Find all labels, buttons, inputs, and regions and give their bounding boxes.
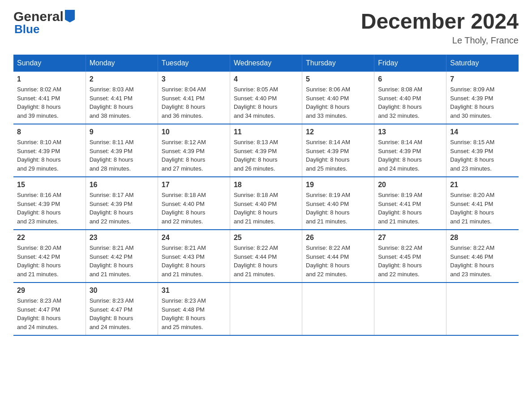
table-row: 16 Sunrise: 8:17 AMSunset: 4:39 PMDaylig…: [86, 177, 158, 230]
day-info: Sunrise: 8:10 AMSunset: 4:39 PMDaylight:…: [17, 139, 61, 172]
table-row: 17 Sunrise: 8:18 AMSunset: 4:40 PMDaylig…: [158, 177, 230, 230]
day-number: 4: [234, 75, 298, 83]
table-row: 31 Sunrise: 8:23 AMSunset: 4:48 PMDaylig…: [158, 283, 230, 335]
day-number: 20: [378, 181, 442, 189]
table-row: 15 Sunrise: 8:16 AMSunset: 4:39 PMDaylig…: [13, 177, 86, 230]
day-number: 11: [234, 128, 298, 136]
day-info: Sunrise: 8:16 AMSunset: 4:39 PMDaylight:…: [17, 192, 61, 225]
table-row: 7 Sunrise: 8:09 AMSunset: 4:39 PMDayligh…: [446, 72, 519, 124]
day-info: Sunrise: 8:20 AMSunset: 4:42 PMDaylight:…: [17, 244, 61, 278]
day-number: 5: [306, 75, 370, 83]
table-row: 29 Sunrise: 8:23 AMSunset: 4:47 PMDaylig…: [13, 283, 86, 335]
day-number: 21: [450, 181, 515, 189]
day-info: Sunrise: 8:22 AMSunset: 4:44 PMDaylight:…: [234, 244, 278, 278]
table-row: 12 Sunrise: 8:14 AMSunset: 4:39 PMDaylig…: [302, 124, 374, 177]
table-row: 5 Sunrise: 8:06 AMSunset: 4:40 PMDayligh…: [302, 72, 374, 124]
title-section: December 2024 Le Tholy, France: [361, 9, 519, 46]
calendar-table: Sunday Monday Tuesday Wednesday Thursday…: [13, 55, 519, 336]
day-number: 25: [234, 234, 298, 242]
day-info: Sunrise: 8:09 AMSunset: 4:39 PMDaylight:…: [450, 86, 494, 119]
day-info: Sunrise: 8:22 AMSunset: 4:44 PMDaylight:…: [306, 244, 350, 278]
col-sunday: Sunday: [13, 55, 86, 72]
table-row: 25 Sunrise: 8:22 AMSunset: 4:44 PMDaylig…: [230, 230, 302, 283]
table-row: 10 Sunrise: 8:12 AMSunset: 4:39 PMDaylig…: [158, 124, 230, 177]
day-number: 13: [378, 128, 442, 136]
table-row: 8 Sunrise: 8:10 AMSunset: 4:39 PMDayligh…: [13, 124, 86, 177]
table-row: [230, 283, 302, 335]
logo-general-text: General: [13, 9, 64, 24]
day-number: 9: [90, 128, 154, 136]
table-row: 6 Sunrise: 8:08 AMSunset: 4:40 PMDayligh…: [374, 72, 446, 124]
calendar-header-row: Sunday Monday Tuesday Wednesday Thursday…: [13, 55, 519, 72]
day-info: Sunrise: 8:04 AMSunset: 4:41 PMDaylight:…: [162, 86, 206, 119]
day-number: 23: [90, 234, 154, 242]
day-number: 28: [450, 234, 515, 242]
table-row: [374, 283, 446, 335]
col-saturday: Saturday: [446, 55, 519, 72]
day-number: 3: [162, 75, 226, 83]
col-tuesday: Tuesday: [158, 55, 230, 72]
day-number: 1: [17, 75, 82, 83]
logo: General Blue: [13, 9, 75, 36]
table-row: 23 Sunrise: 8:21 AMSunset: 4:42 PMDaylig…: [86, 230, 158, 283]
day-info: Sunrise: 8:13 AMSunset: 4:39 PMDaylight:…: [234, 139, 278, 172]
day-number: 31: [162, 287, 226, 295]
day-info: Sunrise: 8:21 AMSunset: 4:43 PMDaylight:…: [162, 244, 206, 278]
day-info: Sunrise: 8:12 AMSunset: 4:39 PMDaylight:…: [162, 139, 206, 172]
day-number: 18: [234, 181, 298, 189]
table-row: 28 Sunrise: 8:22 AMSunset: 4:46 PMDaylig…: [446, 230, 519, 283]
col-wednesday: Wednesday: [230, 55, 302, 72]
col-thursday: Thursday: [302, 55, 374, 72]
page-subtitle: Le Tholy, France: [361, 35, 519, 46]
day-number: 2: [90, 75, 154, 83]
day-info: Sunrise: 8:08 AMSunset: 4:40 PMDaylight:…: [378, 86, 422, 119]
day-info: Sunrise: 8:22 AMSunset: 4:46 PMDaylight:…: [450, 244, 494, 278]
table-row: 24 Sunrise: 8:21 AMSunset: 4:43 PMDaylig…: [158, 230, 230, 283]
day-info: Sunrise: 8:02 AMSunset: 4:41 PMDaylight:…: [17, 86, 61, 119]
day-number: 22: [17, 234, 82, 242]
day-info: Sunrise: 8:23 AMSunset: 4:48 PMDaylight:…: [162, 297, 206, 330]
table-row: 3 Sunrise: 8:04 AMSunset: 4:41 PMDayligh…: [158, 72, 230, 124]
page-title: December 2024: [361, 9, 519, 34]
day-info: Sunrise: 8:21 AMSunset: 4:42 PMDaylight:…: [90, 244, 134, 278]
day-info: Sunrise: 8:20 AMSunset: 4:41 PMDaylight:…: [450, 192, 494, 225]
day-number: 19: [306, 181, 370, 189]
table-row: 19 Sunrise: 8:19 AMSunset: 4:40 PMDaylig…: [302, 177, 374, 230]
day-number: 7: [450, 75, 515, 83]
day-info: Sunrise: 8:18 AMSunset: 4:40 PMDaylight:…: [162, 192, 206, 225]
day-number: 12: [306, 128, 370, 136]
day-info: Sunrise: 8:05 AMSunset: 4:40 PMDaylight:…: [234, 86, 278, 119]
svg-marker-0: [65, 10, 75, 22]
table-row: 18 Sunrise: 8:18 AMSunset: 4:40 PMDaylig…: [230, 177, 302, 230]
day-info: Sunrise: 8:15 AMSunset: 4:39 PMDaylight:…: [450, 139, 494, 172]
day-number: 26: [306, 234, 370, 242]
day-info: Sunrise: 8:19 AMSunset: 4:40 PMDaylight:…: [306, 192, 350, 225]
table-row: 20 Sunrise: 8:19 AMSunset: 4:41 PMDaylig…: [374, 177, 446, 230]
day-info: Sunrise: 8:14 AMSunset: 4:39 PMDaylight:…: [306, 139, 350, 172]
day-info: Sunrise: 8:18 AMSunset: 4:40 PMDaylight:…: [234, 192, 278, 225]
table-row: 30 Sunrise: 8:23 AMSunset: 4:47 PMDaylig…: [86, 283, 158, 335]
day-number: 29: [17, 287, 82, 295]
table-row: [302, 283, 374, 335]
day-number: 27: [378, 234, 442, 242]
day-number: 17: [162, 181, 226, 189]
table-row: 1 Sunrise: 8:02 AMSunset: 4:41 PMDayligh…: [13, 72, 86, 124]
table-row: 4 Sunrise: 8:05 AMSunset: 4:40 PMDayligh…: [230, 72, 302, 124]
calendar-week-row: 22 Sunrise: 8:20 AMSunset: 4:42 PMDaylig…: [13, 230, 519, 283]
day-number: 30: [90, 287, 154, 295]
table-row: 26 Sunrise: 8:22 AMSunset: 4:44 PMDaylig…: [302, 230, 374, 283]
col-friday: Friday: [374, 55, 446, 72]
day-info: Sunrise: 8:17 AMSunset: 4:39 PMDaylight:…: [90, 192, 134, 225]
calendar-week-row: 1 Sunrise: 8:02 AMSunset: 4:41 PMDayligh…: [13, 72, 519, 124]
calendar-week-row: 15 Sunrise: 8:16 AMSunset: 4:39 PMDaylig…: [13, 177, 519, 230]
day-info: Sunrise: 8:19 AMSunset: 4:41 PMDaylight:…: [378, 192, 422, 225]
table-row: 27 Sunrise: 8:22 AMSunset: 4:45 PMDaylig…: [374, 230, 446, 283]
col-monday: Monday: [86, 55, 158, 72]
logo-text: General: [13, 9, 75, 24]
day-info: Sunrise: 8:23 AMSunset: 4:47 PMDaylight:…: [17, 297, 61, 330]
table-row: 21 Sunrise: 8:20 AMSunset: 4:41 PMDaylig…: [446, 177, 519, 230]
calendar-week-row: 29 Sunrise: 8:23 AMSunset: 4:47 PMDaylig…: [13, 283, 519, 335]
table-row: [446, 283, 519, 335]
day-info: Sunrise: 8:03 AMSunset: 4:41 PMDaylight:…: [90, 86, 134, 119]
day-number: 14: [450, 128, 515, 136]
